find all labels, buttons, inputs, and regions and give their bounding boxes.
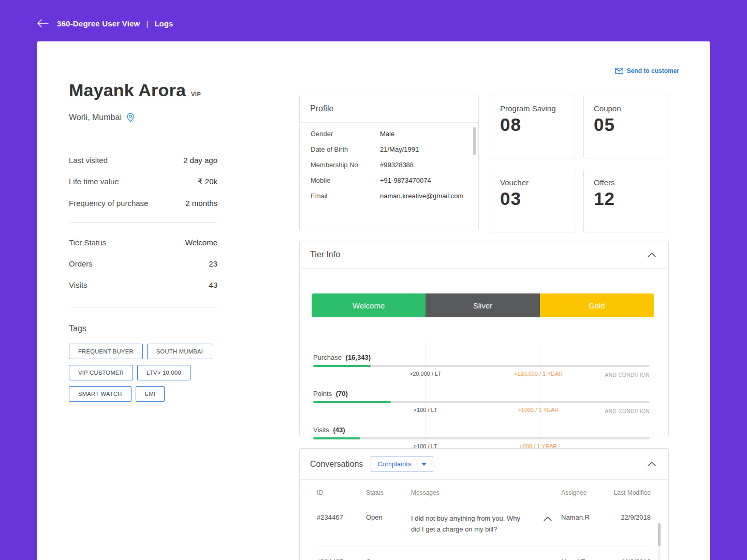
metric-label: Purchase [313,353,342,361]
stat-card-label: Coupon [594,104,658,113]
field-label: Email [311,192,380,200]
stat-card-value: 05 [594,114,658,135]
conversation-id: #234467 [317,513,366,521]
profile-scrollbar[interactable] [473,127,476,155]
scrollbar-thumb[interactable] [658,523,661,546]
column-header-id: ID [317,489,366,496]
conversation-row: #234467 Open I did not buy anything from… [317,503,651,547]
tags-list: FREQUENT BUYER SOUTH MUMBAI VIP CUSTOMER… [69,344,217,402]
and-condition-label: AND CONDITION [605,372,650,378]
tier-status-stats: Tier Status Welcome Orders 23 Visits 43 [69,238,217,289]
stat-row: Last visited 2 day ago [69,156,217,165]
profile-card: Profile Gender Male Date of Birth 21/May… [299,95,479,230]
tier-progress-bar: Welcome Sliver Gold [312,293,654,317]
conversation-assignee: Naman.R [561,513,611,521]
field-label: Membership No [311,161,380,169]
mail-icon [615,68,623,74]
divider [69,222,217,223]
conversation-status: Open [366,558,411,560]
stat-card-program-saving: Program Saving 08 [490,95,575,158]
progress-track [313,437,650,439]
vip-badge: VIP [191,91,201,97]
stat-card-label: Offers [594,178,658,187]
threshold-year: >120,000 / 1 YEAR [514,371,563,377]
conversation-message: Why did I receive a payment r… [411,558,534,560]
user-location: Worli, Mumbai [69,113,122,122]
progress-fill [313,365,371,367]
profile-field: Gender Male [311,130,468,138]
profile-field: Mobile +91-9873470074 [311,176,468,184]
stat-card-label: Voucher [500,178,565,187]
conversations-scrollbar[interactable] [658,522,661,560]
progress-fill [313,401,391,403]
stat-label: Tier Status [69,238,106,247]
stat-label: Frequency of purchase [69,199,148,208]
profile-title: Profile [310,104,333,113]
column-header-last-modified: Last Modified [611,489,651,496]
tier-segment-gold[interactable]: Gold [540,293,654,317]
field-value: +91-9873470074 [380,176,431,184]
threshold-lifetime: >100 / LT [413,407,437,413]
conversation-assignee: Mansi.T [561,558,611,560]
chevron-up-icon[interactable] [544,515,552,523]
table-header-row: ID Status Messages Assignee Last Modifie… [317,480,651,503]
complaints-dropdown[interactable]: Complaints [371,456,433,472]
stat-card-coupon: Coupon 05 [583,95,668,158]
content-panel: Send to customer Mayank Arora VIP Worli,… [37,41,710,560]
stat-label: Orders [69,259,93,268]
field-label: Mobile [311,176,380,184]
tier-metric-points: Points (70) >100 / LT >1000 / 1 YEAR AND… [313,390,650,417]
chevron-down-icon [421,463,427,466]
threshold-lifetime: >20,000 / LT [409,371,441,377]
stat-value: 23 [209,259,217,268]
stat-value: 43 [209,281,217,289]
divider [69,140,217,140]
field-value: naman.kreative@gmail.com [380,192,463,200]
logs-link[interactable]: Logs [154,19,173,28]
collapse-chevron-up-icon[interactable] [646,460,658,468]
and-condition-label: AND CONDITION [605,408,650,414]
stat-row: Tier Status Welcome [69,238,217,247]
stat-row: Frequency of purchase 2 months [69,199,217,208]
stat-card-offers: Offers 12 [583,169,668,232]
stat-row: Orders 23 [69,259,217,268]
title-separator: | [146,19,148,28]
profile-fields: Gender Male Date of Birth 21/May/1991 Me… [300,123,478,200]
field-value: Male [380,130,394,138]
user-name: Mayank Arora [69,80,186,100]
stat-value: 2 months [185,199,217,208]
complaints-dropdown-label: Complaints [377,460,411,468]
tag-chip: LTV> 10,000 [137,365,191,380]
profile-field: Date of Birth 21/May/1991 [311,145,468,153]
page: 360-Degree User View | Logs Send to cust… [0,0,747,560]
activity-stats: Last visited 2 day ago Life time value ₹… [69,156,217,208]
collapse-chevron-up-icon[interactable] [646,250,658,259]
location-pin-icon[interactable] [127,113,134,122]
metric-value: (43) [333,426,345,434]
profile-field: Membership No #99328388 [311,161,468,169]
tier-metrics: Purchase (16,343) >20,000 / LT >120,000 … [313,353,650,462]
field-value: #99328388 [380,161,414,169]
page-title: 360-Degree User View [57,19,140,28]
progress-track [313,365,650,367]
conversations-title: Conversations [310,460,363,469]
send-to-customer-link[interactable]: Send to customer [615,67,679,75]
stat-card-value: 08 [500,114,565,135]
tag-chip: FREQUENT BUYER [69,344,143,359]
conversations-table: ID Status Messages Assignee Last Modifie… [300,480,668,560]
metric-value: (16,343) [346,353,371,361]
stat-value: 2 day ago [183,156,217,165]
tier-segment-welcome[interactable]: Welcome [312,293,426,317]
tags-title: Tags [69,324,217,333]
threshold-year: >1000 / 1 YEAR [518,407,559,413]
stat-card-label: Program Saving [500,104,565,113]
metric-label: Visits [313,426,329,434]
stat-row: Visits 43 [69,281,217,289]
top-bar: 360-Degree User View | Logs [0,0,747,41]
back-arrow-icon[interactable] [37,19,49,27]
tag-chip: EMI [136,386,165,402]
conversation-modified: 11/9/2018 [611,558,651,560]
column-header-assignee: Assignee [561,489,611,496]
tier-segment-sliver[interactable]: Sliver [426,293,539,317]
conversation-status: Open [366,513,411,521]
